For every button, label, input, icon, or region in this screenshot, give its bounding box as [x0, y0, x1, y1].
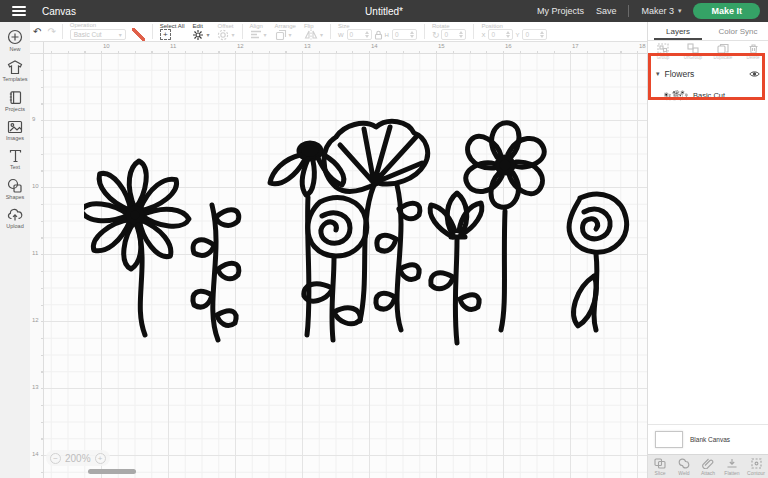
new-icon	[7, 29, 23, 45]
delete-icon	[748, 43, 759, 54]
height-input[interactable]: 0	[392, 29, 417, 40]
contour-label: Contour	[747, 470, 765, 476]
rotate-input[interactable]: 0	[441, 29, 466, 40]
layer-thumbnail	[664, 90, 688, 101]
width-value: 0	[350, 31, 354, 38]
text-icon	[8, 149, 23, 163]
layer-group-flowers[interactable]: ▾ Flowers	[648, 65, 768, 83]
width-stepper[interactable]	[365, 31, 369, 38]
sidebar-item-label: New	[9, 46, 20, 52]
chevron-down-icon: ▾	[656, 70, 660, 78]
machine-selector[interactable]: Maker 3 ▾	[641, 6, 681, 16]
save-link[interactable]: Save	[596, 6, 617, 16]
sidebar-item-new[interactable]: New	[7, 29, 23, 52]
tab-color-sync[interactable]: Color Sync	[708, 22, 768, 40]
panel-tabs: Layers Color Sync	[648, 22, 768, 41]
sidebar-item-images[interactable]: Images	[6, 120, 24, 141]
delete-label: Delete	[746, 55, 759, 60]
sidebar-item-label: Upload	[6, 223, 23, 229]
group-name: Flowers	[665, 69, 695, 79]
sidebar-item-shapes[interactable]: Shapes	[6, 178, 25, 200]
ungroup-icon	[687, 43, 699, 54]
arrange-group: Arrange ▾	[275, 23, 296, 41]
select-all-group: Select All +	[160, 23, 185, 40]
sidebar-item-projects[interactable]: Projects	[5, 90, 25, 112]
zoom-in-icon[interactable]: +	[95, 453, 106, 464]
operation-group: Operation Basic Cut ▾	[70, 22, 145, 41]
attach-icon	[702, 458, 714, 469]
y-label: Y	[515, 32, 519, 38]
ruler-left: 91011121314	[30, 54, 44, 478]
y-stepper[interactable]	[540, 31, 544, 38]
tab-layers[interactable]: Layers	[648, 22, 708, 40]
visibility-eye-icon[interactable]	[749, 70, 760, 78]
lock-icon[interactable]	[374, 30, 383, 40]
attach-button[interactable]: Attach	[696, 458, 720, 476]
panel-spacer	[648, 104, 768, 424]
layer-name: Basic Cut	[693, 91, 725, 100]
hamburger-menu-icon[interactable]	[12, 6, 26, 16]
horizontal-scrollbar-thumb[interactable]	[88, 469, 136, 474]
arrange-button[interactable]: ▾	[275, 29, 292, 41]
align-icon	[250, 29, 262, 40]
flowers-artwork[interactable]	[84, 118, 632, 350]
align-button[interactable]: ▾	[250, 29, 267, 40]
make-it-button[interactable]: Make It	[693, 3, 760, 19]
ruler-top-label: 11	[170, 43, 176, 49]
linetype-color-swatch[interactable]	[132, 28, 145, 41]
ruler-top-label: 18	[639, 43, 646, 49]
flatten-button[interactable]: Flatten	[720, 458, 744, 476]
contour-button[interactable]: Contour	[744, 458, 768, 476]
toolbar-divider	[242, 24, 243, 39]
select-all-icon[interactable]: +	[160, 29, 171, 40]
images-icon	[7, 120, 23, 134]
height-label: H	[385, 32, 389, 38]
x-input[interactable]: 0	[488, 29, 513, 40]
duplicate-icon	[717, 43, 729, 54]
ungroup-label: UnGroup	[684, 55, 702, 60]
ungroup-button[interactable]: UnGroup	[678, 43, 708, 60]
y-input[interactable]: 0	[522, 29, 547, 40]
rotate-stepper[interactable]	[459, 31, 463, 38]
contour-icon	[751, 458, 762, 469]
zoom-out-icon[interactable]: −	[50, 453, 61, 464]
zoom-control: − 200% +	[46, 450, 110, 466]
operation-select[interactable]: Basic Cut ▾	[70, 29, 126, 40]
blank-canvas-swatch[interactable]	[655, 431, 683, 448]
offset-button[interactable]: ▾	[217, 29, 234, 41]
weld-button[interactable]: Weld	[672, 458, 696, 476]
ruler-left-label: 10	[32, 183, 39, 189]
flip-button[interactable]: ▾	[304, 29, 323, 40]
undo-icon[interactable]: ↶	[30, 27, 44, 37]
chevron-down-icon: ▾	[206, 31, 209, 38]
sidebar-item-text[interactable]: Text	[8, 149, 23, 170]
weld-label: Weld	[678, 470, 689, 476]
width-input[interactable]: 0	[347, 29, 372, 40]
design-canvas[interactable]: − 200% +	[44, 54, 647, 478]
redo-icon[interactable]: ↷	[44, 27, 58, 37]
chevron-down-icon: ▾	[289, 31, 292, 38]
position-group: Position X 0 Y 0	[481, 23, 547, 40]
duplicate-button[interactable]: Duplicate	[708, 43, 738, 60]
sidebar-item-templates[interactable]: Templates	[2, 60, 27, 82]
flowers-drawing	[84, 118, 632, 350]
layer-item-basic-cut[interactable]: Basic Cut	[648, 86, 768, 104]
edit-menu-button[interactable]: ▾	[192, 29, 209, 41]
x-stepper[interactable]	[506, 31, 510, 38]
chevron-down-icon: ▾	[678, 7, 682, 15]
group-button[interactable]: Group	[648, 43, 678, 60]
sidebar-item-upload[interactable]: Upload	[6, 208, 23, 229]
canvas-section-label: Canvas	[42, 6, 76, 17]
my-projects-link[interactable]: My Projects	[537, 6, 584, 16]
edit-toolbar: ↶ ↷ Operation Basic Cut ▾ Select All + E…	[30, 22, 647, 42]
slice-button[interactable]: Slice	[648, 458, 672, 476]
slice-icon	[654, 458, 666, 469]
upload-icon	[7, 208, 23, 222]
ruler-top-label: 12	[237, 43, 244, 49]
projects-icon	[8, 90, 23, 105]
attach-label: Attach	[701, 470, 715, 476]
toolbar-divider	[330, 24, 331, 39]
delete-button[interactable]: Delete	[738, 43, 768, 60]
height-stepper[interactable]	[410, 31, 414, 38]
ruler-left-label: 9	[32, 116, 35, 122]
